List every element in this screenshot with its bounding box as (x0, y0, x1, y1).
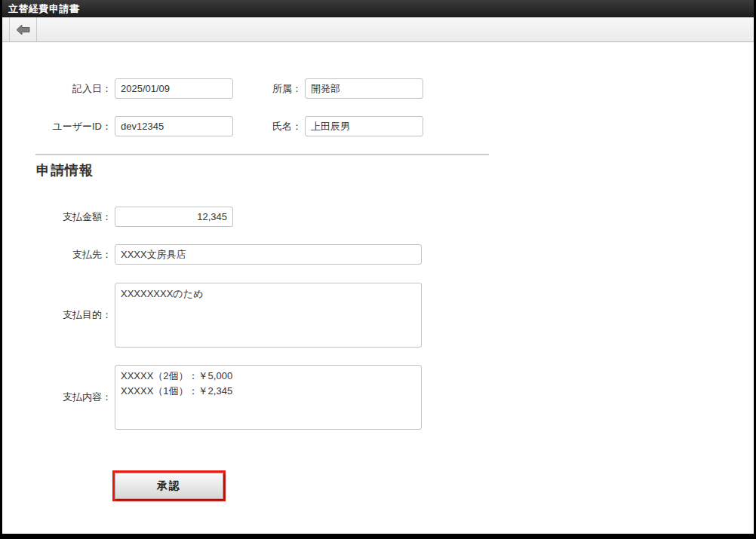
payee-label: 支払先： (2, 248, 112, 262)
user-id-label: ユーザーID： (2, 120, 112, 133)
toolbar (2, 17, 754, 42)
payment-purpose-label: 支払目的： (2, 308, 112, 322)
row-payee: 支払先： (2, 244, 422, 265)
department-label: 所属： (233, 82, 302, 96)
entry-date-label: 記入日： (2, 82, 112, 96)
payment-details-label: 支払内容： (2, 390, 112, 404)
form-content: 記入日： 所属： ユーザーID： 氏名： 申請情報 支払金額： 支払先： 支払目… (2, 42, 754, 534)
row-payment-purpose: 支払目的： XXXXXXXXのため (2, 283, 422, 348)
payment-amount-label: 支払金額： (2, 210, 112, 224)
payee-input[interactable] (115, 244, 422, 265)
bottom-bar (2, 534, 754, 539)
user-id-input[interactable] (115, 116, 233, 136)
entry-date-input[interactable] (115, 78, 233, 99)
name-input[interactable] (305, 116, 423, 136)
payment-amount-input[interactable] (115, 207, 233, 227)
name-label: 氏名： (233, 120, 302, 133)
row-userid-name: ユーザーID： 氏名： (2, 116, 423, 136)
title-bar: 立替経費申請書 (2, 0, 754, 17)
approve-button-highlight: 承認 (112, 470, 226, 501)
payment-details-textarea[interactable]: XXXXX（2個）：￥5,000 XXXXX（1個）：￥2,345 (115, 365, 422, 430)
back-arrow-icon (17, 25, 30, 35)
row-payment-details: 支払内容： XXXXX（2個）：￥5,000 XXXXX（1個）：￥2,345 (2, 365, 422, 430)
section-title: 申請情報 (36, 161, 94, 179)
section-divider (35, 154, 489, 155)
row-entry-date-department: 記入日： 所属： (2, 78, 423, 99)
payment-purpose-textarea[interactable]: XXXXXXXXのため (115, 283, 422, 348)
approve-button[interactable]: 承認 (115, 473, 223, 499)
row-payment-amount: 支払金額： (2, 207, 233, 227)
department-input[interactable] (305, 78, 423, 99)
page-title: 立替経費申請書 (8, 3, 80, 14)
app-window: 立替経費申請書 記入日： 所属： ユーザーID： 氏名： 申請情報 (0, 0, 756, 539)
back-button[interactable] (9, 17, 37, 41)
